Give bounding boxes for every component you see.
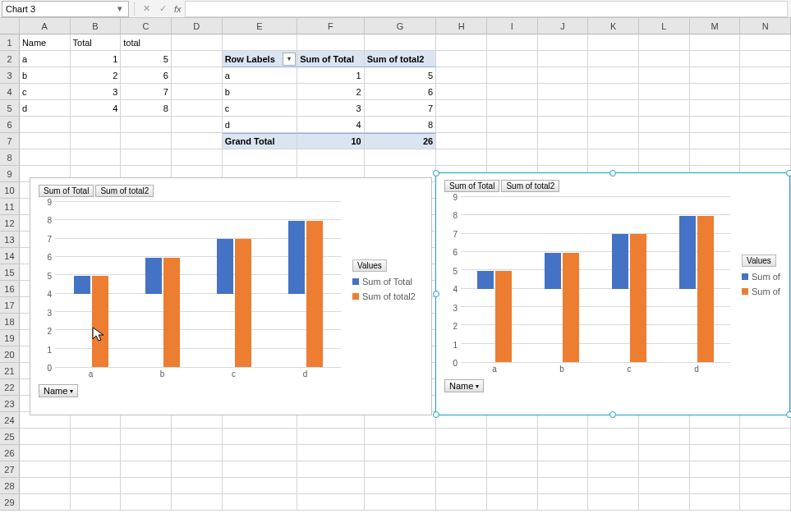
cell-G29[interactable] bbox=[365, 494, 437, 511]
cell-E6[interactable]: d bbox=[223, 117, 298, 133]
row-header-16[interactable]: 16 bbox=[0, 281, 20, 297]
cell-I6[interactable] bbox=[487, 117, 538, 133]
formula-input[interactable] bbox=[185, 1, 788, 17]
cell-K8[interactable] bbox=[588, 149, 639, 166]
row-header-26[interactable]: 26 bbox=[0, 445, 20, 461]
cell-C28[interactable] bbox=[121, 478, 172, 494]
cell-N3[interactable] bbox=[740, 67, 791, 84]
col-header-N[interactable]: N bbox=[740, 18, 791, 34]
cell-A4[interactable]: c bbox=[20, 84, 71, 100]
cell-G27[interactable] bbox=[365, 461, 437, 478]
cell-N28[interactable] bbox=[740, 478, 791, 494]
cell-N29[interactable] bbox=[740, 494, 791, 511]
cell-E26[interactable] bbox=[223, 445, 298, 461]
cell-G3[interactable]: 5 bbox=[365, 67, 437, 84]
cell-A29[interactable] bbox=[20, 494, 71, 511]
row-header-23[interactable]: 23 bbox=[0, 396, 20, 412]
row-header-4[interactable]: 4 bbox=[0, 84, 20, 100]
cell-E27[interactable] bbox=[223, 461, 298, 478]
cell-L28[interactable] bbox=[639, 478, 690, 494]
cell-D1[interactable] bbox=[172, 34, 223, 51]
cell-F1[interactable] bbox=[297, 34, 365, 51]
cell-J6[interactable] bbox=[538, 117, 589, 133]
cell-F28[interactable] bbox=[297, 478, 365, 494]
cell-G7[interactable]: 26 bbox=[365, 133, 437, 149]
cell-J4[interactable] bbox=[538, 84, 589, 100]
bar-Sum-of-total2-c[interactable] bbox=[630, 234, 646, 362]
cell-C27[interactable] bbox=[121, 461, 172, 478]
col-header-F[interactable]: F bbox=[297, 18, 365, 34]
cell-C4[interactable]: 7 bbox=[121, 84, 172, 100]
cell-N6[interactable] bbox=[740, 117, 791, 133]
cell-G1[interactable] bbox=[365, 34, 437, 51]
cell-N25[interactable] bbox=[740, 429, 791, 445]
bar-Sum-of-Total-a[interactable] bbox=[74, 276, 90, 294]
cell-L2[interactable] bbox=[639, 51, 690, 67]
cell-M2[interactable] bbox=[690, 51, 741, 67]
bar-Sum-of-Total-c[interactable] bbox=[217, 239, 233, 294]
cell-E5[interactable]: c bbox=[223, 100, 298, 117]
cell-I4[interactable] bbox=[487, 84, 538, 100]
cell-N8[interactable] bbox=[740, 149, 791, 166]
cell-G6[interactable]: 8 bbox=[365, 117, 437, 133]
cell-D2[interactable] bbox=[172, 51, 223, 67]
cell-K28[interactable] bbox=[588, 478, 639, 494]
cell-I29[interactable] bbox=[487, 494, 538, 511]
row-header-9[interactable]: 9 bbox=[0, 166, 20, 182]
cell-H28[interactable] bbox=[436, 478, 487, 494]
cell-F8[interactable] bbox=[297, 149, 365, 166]
bar-Sum-of-Total-a[interactable] bbox=[477, 271, 494, 289]
cell-G4[interactable]: 6 bbox=[365, 84, 437, 100]
cell-G2[interactable]: Sum of total2 bbox=[365, 51, 437, 67]
cell-B7[interactable] bbox=[71, 133, 122, 149]
row-header-24[interactable]: 24 bbox=[0, 412, 20, 429]
cell-A3[interactable]: b bbox=[20, 67, 71, 84]
row-header-1[interactable]: 1 bbox=[0, 34, 20, 51]
cell-B8[interactable] bbox=[71, 149, 122, 166]
cell-K4[interactable] bbox=[588, 84, 639, 100]
cell-K29[interactable] bbox=[588, 494, 639, 511]
cell-M7[interactable] bbox=[690, 133, 741, 149]
chart-legend[interactable]: Values Sum of Total Sum of total2 bbox=[344, 202, 426, 383]
cell-B29[interactable] bbox=[71, 494, 122, 511]
cell-F5[interactable]: 3 bbox=[297, 100, 365, 117]
name-box[interactable]: Chart 3 ▾ bbox=[2, 1, 129, 17]
cell-B1[interactable]: Total bbox=[71, 34, 122, 51]
bar-Sum-of-total2-b[interactable] bbox=[163, 258, 180, 367]
bar-Sum-of-Total-c[interactable] bbox=[612, 234, 628, 289]
cell-K27[interactable] bbox=[588, 461, 639, 478]
cell-C26[interactable] bbox=[121, 445, 172, 461]
chart-field-button-sum-total[interactable]: Sum of Total bbox=[39, 185, 94, 197]
col-header-C[interactable]: C bbox=[121, 18, 172, 34]
cell-I28[interactable] bbox=[487, 478, 538, 494]
bar-Sum-of-Total-d[interactable] bbox=[288, 221, 305, 294]
cell-B27[interactable] bbox=[71, 461, 122, 478]
name-box-dropdown-icon[interactable]: ▾ bbox=[115, 3, 125, 14]
cell-H26[interactable] bbox=[436, 445, 487, 461]
cell-I5[interactable] bbox=[487, 100, 538, 117]
cell-M27[interactable] bbox=[690, 461, 741, 478]
cell-G26[interactable] bbox=[365, 445, 437, 461]
cell-E2[interactable]: Row Labels▾ bbox=[223, 51, 298, 67]
bar-Sum-of-total2-a[interactable] bbox=[495, 271, 512, 362]
cell-J2[interactable] bbox=[538, 51, 589, 67]
row-header-7[interactable]: 7 bbox=[0, 133, 20, 149]
cell-H29[interactable] bbox=[436, 494, 487, 511]
cell-G25[interactable] bbox=[365, 429, 437, 445]
row-header-29[interactable]: 29 bbox=[0, 494, 20, 511]
cell-D25[interactable] bbox=[172, 429, 223, 445]
cell-C29[interactable] bbox=[121, 494, 172, 511]
cell-M8[interactable] bbox=[690, 149, 741, 166]
cell-M28[interactable] bbox=[690, 478, 741, 494]
bar-Sum-of-Total-d[interactable] bbox=[679, 216, 696, 289]
cell-H6[interactable] bbox=[436, 117, 487, 133]
cell-A1[interactable]: Name bbox=[20, 34, 71, 51]
cell-C2[interactable]: 5 bbox=[121, 51, 172, 67]
row-header-13[interactable]: 13 bbox=[0, 232, 20, 248]
cell-E3[interactable]: a bbox=[223, 67, 298, 84]
cell-D7[interactable] bbox=[172, 133, 223, 149]
cell-L8[interactable] bbox=[639, 149, 690, 166]
cell-M4[interactable] bbox=[690, 84, 741, 100]
cell-A27[interactable] bbox=[20, 461, 71, 478]
cell-E29[interactable] bbox=[223, 494, 298, 511]
